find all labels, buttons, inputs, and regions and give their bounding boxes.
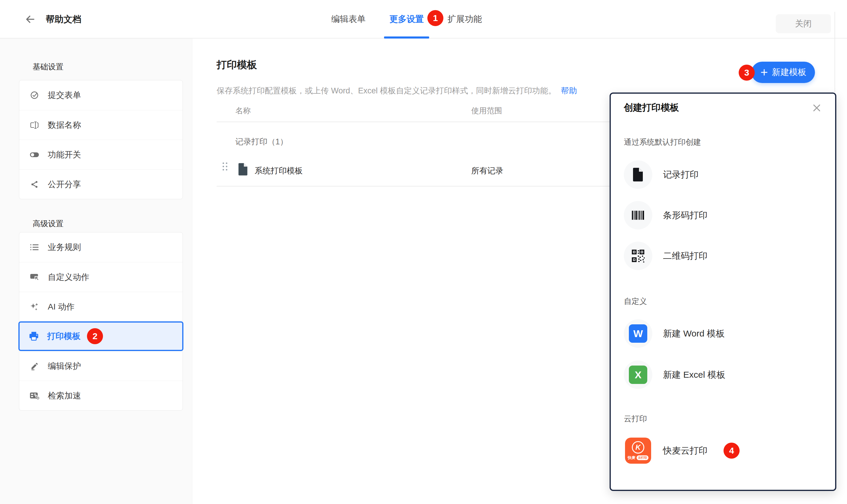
modal-item-kuaimai-cloud-print[interactable]: K 快麦 云打印 快麦云打印 4	[624, 436, 740, 465]
page-header-title: 帮助文档	[46, 13, 81, 25]
kuaimai-icon: K 快麦 云打印	[625, 437, 651, 464]
sidebar-item-submit-form[interactable]: 提交表单	[19, 80, 183, 110]
drag-handle-icon[interactable]	[223, 162, 227, 170]
list-icon	[29, 244, 39, 251]
modal-section-system-default: 通过系统默认打印创建	[624, 137, 701, 147]
sidebar-item-business-rules[interactable]: 业务规则	[19, 232, 183, 262]
active-tab-underline	[384, 36, 429, 38]
document-icon	[238, 162, 249, 177]
modal-item-qrcode-print[interactable]: 二维码打印	[624, 241, 708, 270]
sidebar-section-advanced: 高级设置	[33, 218, 64, 229]
custom-action-icon	[29, 273, 39, 281]
step-badge-3: 3	[739, 65, 755, 80]
modal-item-excel-template[interactable]: X 新建 Excel 模板	[624, 360, 725, 389]
help-link[interactable]: 帮助	[561, 86, 577, 95]
sidebar-item-print-template[interactable]: 打印模板 2	[18, 321, 184, 351]
modal-item-word-template[interactable]: W 新建 Word 模板	[624, 319, 725, 348]
plus-icon	[760, 68, 768, 76]
step-badge-4: 4	[724, 443, 740, 458]
create-template-modal: 创建打印模板 通过系统默认打印创建 记录打印 条形码打印 二维码打印 自定义	[609, 92, 836, 491]
sidebar-item-data-name[interactable]: 数据名称	[19, 110, 183, 140]
sidebar-item-custom-action[interactable]: 自定义动作	[19, 262, 183, 292]
template-name: 系统打印模板	[255, 165, 303, 176]
sidebar-item-feature-switch[interactable]: 功能开关	[19, 140, 183, 169]
tab-edit-form[interactable]: 编辑表单	[331, 0, 366, 38]
tab-bar: 编辑表单 更多设置 1 扩展功能	[331, 0, 482, 38]
modal-section-custom: 自定义	[624, 296, 647, 307]
topbar-left: 帮助文档	[25, 0, 81, 38]
qrcode-icon	[631, 249, 645, 263]
barcode-icon	[631, 210, 645, 221]
sidebar-item-public-share[interactable]: 公开分享	[19, 169, 183, 199]
page-description: 保存系统打印配置模板，或上传 Word、Excel 模板自定义记录打印样式，同时…	[217, 85, 577, 96]
step-badge-1: 1	[427, 10, 444, 26]
rename-icon	[29, 121, 39, 129]
modal-title: 创建打印模板	[624, 102, 679, 114]
document-icon	[632, 167, 644, 182]
back-arrow-icon[interactable]	[25, 14, 36, 24]
modal-item-barcode-print[interactable]: 条形码打印	[624, 201, 708, 230]
page-title: 打印模板	[217, 58, 257, 72]
sidebar-item-ai-action[interactable]: AI 动作	[19, 292, 183, 321]
sidebar-card-basic: 提交表单 数据名称 功能开关 公开分享	[19, 80, 183, 199]
share-icon	[29, 180, 39, 188]
printer-icon	[29, 332, 39, 341]
sidebar-section-basic: 基础设置	[33, 62, 64, 72]
sidebar-card-advanced: 业务规则 自定义动作 AI 动作 打印模板 2 编辑保护	[19, 232, 183, 411]
sparkles-icon	[29, 302, 39, 311]
table-header-name: 名称	[235, 106, 251, 116]
modal-section-cloud-print: 云打印	[624, 414, 647, 424]
sidebar-item-index-accelerate[interactable]: 检索加速	[19, 381, 183, 410]
close-button[interactable]: 关闭	[776, 14, 831, 33]
pencil-icon	[29, 362, 39, 370]
content-edge-divider	[834, 12, 835, 92]
template-scope: 所有记录	[471, 165, 503, 176]
table-group-label: 记录打印（1）	[235, 137, 288, 147]
sidebar-item-edit-protection[interactable]: 编辑保护	[19, 351, 183, 381]
topbar: 帮助文档 编辑表单 更多设置 1 扩展功能 关闭	[0, 0, 847, 38]
table-header-divider	[217, 122, 610, 122]
tab-extensions[interactable]: 扩展功能	[448, 0, 482, 38]
toggle-icon	[29, 152, 39, 158]
tab-more-settings[interactable]: 更多设置 1	[390, 0, 424, 38]
table-row-divider	[217, 186, 610, 186]
excel-icon: X	[629, 365, 647, 384]
table-row[interactable]: 系统打印模板 所有记录	[217, 154, 610, 185]
modal-item-record-print[interactable]: 记录打印	[624, 160, 698, 189]
table-header-scope: 使用范围	[471, 106, 502, 116]
check-circle-icon	[29, 91, 39, 100]
modal-close-icon[interactable]	[810, 102, 823, 114]
settings-sidebar: 基础设置 提交表单 数据名称 功能开关 公开分享 高级设置	[0, 38, 192, 504]
index-accelerate-icon	[29, 392, 39, 400]
new-template-button[interactable]: 新建模板	[751, 62, 815, 83]
step-badge-2: 2	[87, 328, 103, 344]
word-icon: W	[629, 324, 647, 343]
